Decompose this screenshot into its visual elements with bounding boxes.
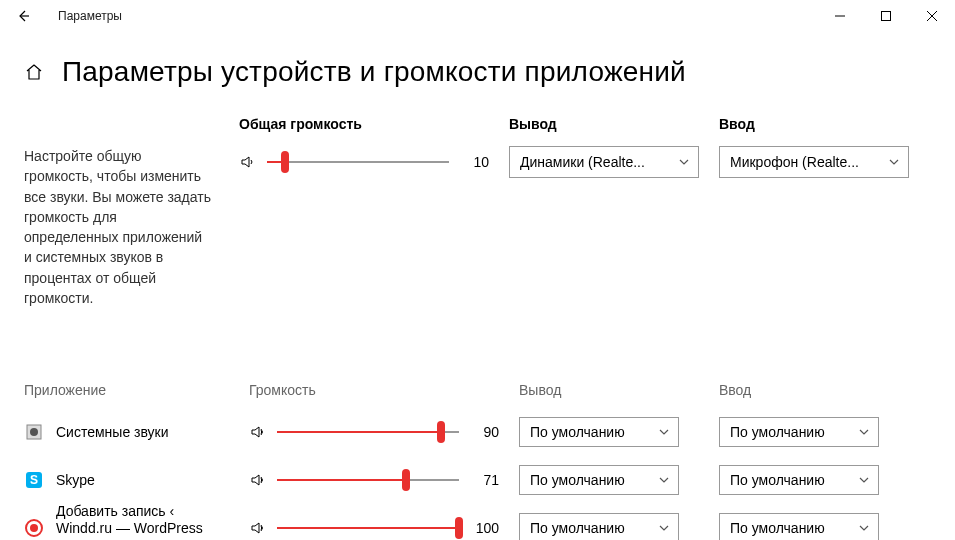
app-name: Skype <box>56 472 95 489</box>
minimize-icon <box>835 11 845 21</box>
speaker-icon <box>249 424 267 440</box>
minimize-button[interactable] <box>817 0 863 32</box>
app-row: Системные звуки <box>24 408 229 456</box>
app-volume-row: 71 <box>249 456 499 504</box>
app-icon <box>24 422 44 442</box>
chevron-down-icon <box>858 426 870 438</box>
maximize-icon <box>881 11 891 21</box>
app-name: Системные звуки <box>56 424 169 441</box>
app-row: Добавить запись ‹ Windd.ru — WordPress -… <box>24 504 229 540</box>
app-volume-slider[interactable] <box>277 422 459 442</box>
master-output-label: Вывод <box>509 116 699 132</box>
master-volume-value: 10 <box>459 154 489 170</box>
home-icon <box>25 63 43 81</box>
chevron-down-icon <box>678 156 690 168</box>
app-input-dropdown[interactable]: По умолчанию <box>719 465 879 495</box>
apps-header-input: Ввод <box>719 382 899 398</box>
page-description: Настройте общую громкость, чтобы изменит… <box>24 146 219 308</box>
app-volume-row: 100 <box>249 504 499 540</box>
app-row: SSkype <box>24 456 229 504</box>
dropdown-text: По умолчанию <box>530 520 652 536</box>
master-volume-label: Общая громкость <box>239 116 489 132</box>
app-output-dropdown[interactable]: По умолчанию <box>519 465 679 495</box>
app-icon: S <box>24 470 44 490</box>
app-name: Добавить запись ‹ Windd.ru — WordPress -… <box>56 503 216 540</box>
master-volume-slider[interactable] <box>267 152 449 172</box>
app-output-dropdown[interactable]: По умолчанию <box>519 417 679 447</box>
svg-rect-0 <box>882 12 891 21</box>
app-icon <box>24 518 44 538</box>
svg-point-6 <box>30 524 38 532</box>
title-bar: Параметры <box>0 0 955 32</box>
window-title: Параметры <box>58 9 122 23</box>
speaker-low-icon <box>239 154 257 170</box>
speaker-icon <box>249 472 267 488</box>
apps-header-app: Приложение <box>24 382 229 398</box>
dropdown-text: Микрофон (Realte... <box>730 154 882 170</box>
master-output-dropdown[interactable]: Динамики (Realte... <box>509 146 699 178</box>
app-input-dropdown[interactable]: По умолчанию <box>719 417 879 447</box>
arrow-left-icon <box>16 9 30 23</box>
speaker-icon <box>249 520 267 536</box>
dropdown-text: По умолчанию <box>730 472 852 488</box>
svg-point-2 <box>30 428 38 436</box>
chevron-down-icon <box>658 522 670 534</box>
app-volume-slider[interactable] <box>277 470 459 490</box>
app-volume-value: 71 <box>469 472 499 488</box>
chevron-down-icon <box>658 474 670 486</box>
dropdown-text: По умолчанию <box>530 424 652 440</box>
dropdown-text: По умолчанию <box>730 424 852 440</box>
chevron-down-icon <box>858 522 870 534</box>
dropdown-text: По умолчанию <box>730 520 852 536</box>
dropdown-text: Динамики (Realte... <box>520 154 672 170</box>
close-button[interactable] <box>909 0 955 32</box>
master-input-dropdown[interactable]: Микрофон (Realte... <box>719 146 909 178</box>
app-volume-value: 100 <box>469 520 499 536</box>
chevron-down-icon <box>858 474 870 486</box>
apps-header-output: Вывод <box>519 382 699 398</box>
close-icon <box>927 11 937 21</box>
app-output-dropdown[interactable]: По умолчанию <box>519 513 679 540</box>
app-volume-slider[interactable] <box>277 518 459 538</box>
master-volume-slider-row: 10 <box>239 146 489 178</box>
page-header: Параметры устройств и громкости приложен… <box>24 56 935 88</box>
home-button[interactable] <box>24 63 44 81</box>
master-input-label: Ввод <box>719 116 909 132</box>
apps-header-volume: Громкость <box>249 382 499 398</box>
app-volume-value: 90 <box>469 424 499 440</box>
app-volume-row: 90 <box>249 408 499 456</box>
dropdown-text: По умолчанию <box>530 472 652 488</box>
back-button[interactable] <box>16 9 40 23</box>
chevron-down-icon <box>888 156 900 168</box>
svg-text:S: S <box>30 473 38 487</box>
page-title: Параметры устройств и громкости приложен… <box>62 56 686 88</box>
app-input-dropdown[interactable]: По умолчанию <box>719 513 879 540</box>
maximize-button[interactable] <box>863 0 909 32</box>
chevron-down-icon <box>658 426 670 438</box>
